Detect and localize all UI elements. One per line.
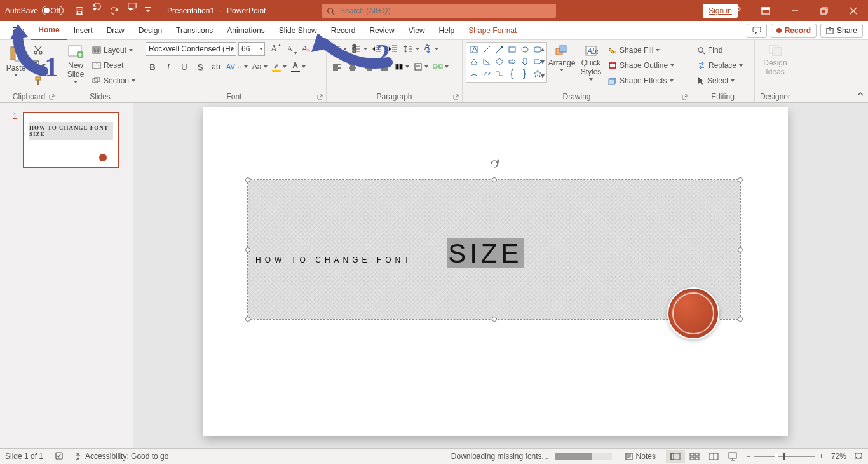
select-button[interactable]: Select [695, 74, 745, 88]
slide-canvas-area[interactable]: HOW TO CHANGE FONT SIZE [133, 103, 868, 448]
search-box[interactable] [322, 4, 556, 18]
resize-handle-se[interactable] [738, 317, 743, 322]
resize-handle-s[interactable] [492, 317, 497, 322]
font-name-combo[interactable]: Rockwell Condensed (Hea [146, 42, 236, 56]
accessibility-button[interactable]: Accessibility: Good to go [74, 452, 168, 461]
autosave-toggle[interactable]: AutoSave Off [0, 6, 69, 15]
share-button[interactable]: Share [820, 24, 863, 38]
reset-button[interactable]: Reset [90, 58, 138, 72]
present-from-start-icon[interactable] [127, 2, 137, 20]
slide-indicator[interactable]: Slide 1 of 1 [5, 452, 43, 461]
paragraph-dialog-launcher[interactable] [452, 93, 459, 101]
search-input[interactable] [340, 6, 551, 15]
title-text-box[interactable]: HOW TO CHANGE FONT SIZE [247, 179, 741, 320]
zoom-out-button[interactable]: − [746, 452, 750, 461]
shape-right-brace-icon[interactable]: } [519, 68, 531, 79]
spellcheck-icon[interactable] [55, 451, 65, 462]
wax-seal-graphic[interactable] [667, 287, 719, 339]
clear-formatting-button[interactable]: A [299, 42, 313, 56]
resize-handle-ne[interactable] [738, 177, 743, 182]
slideshow-view-button[interactable] [723, 450, 742, 463]
format-painter-button[interactable] [29, 74, 47, 88]
resize-handle-e[interactable] [738, 247, 743, 252]
strikethrough-button[interactable]: ab [209, 60, 223, 74]
copy-button[interactable] [29, 58, 47, 72]
maximize-button[interactable] [810, 0, 839, 21]
align-center-button[interactable] [346, 60, 360, 74]
selected-text[interactable]: SIZE [447, 238, 524, 268]
resize-handle-nw[interactable] [245, 177, 250, 182]
char-spacing-button[interactable]: AV↔ [225, 60, 249, 74]
notes-button[interactable]: Notes [625, 452, 656, 461]
section-button[interactable]: Section [90, 74, 138, 88]
tab-help[interactable]: Help [432, 21, 462, 40]
align-right-button[interactable] [362, 60, 376, 74]
shape-oval-icon[interactable] [519, 44, 531, 55]
shape-fill-button[interactable]: Shape Fill [606, 43, 677, 57]
shape-rectangle-icon[interactable] [506, 44, 518, 55]
clipboard-dialog-launcher[interactable] [48, 93, 55, 101]
shapes-gallery[interactable]: A { } ▴ ▾ [466, 42, 547, 83]
shape-line-icon[interactable] [480, 44, 492, 55]
justify-button[interactable] [377, 60, 391, 74]
fit-to-window-button[interactable] [854, 452, 863, 461]
decrease-indent-button[interactable] [370, 42, 384, 56]
rotate-handle-icon[interactable] [489, 158, 500, 172]
ribbon-display-icon[interactable] [751, 0, 780, 21]
shape-down-arrow-icon[interactable] [519, 56, 531, 67]
record-button[interactable]: Record [771, 24, 817, 38]
gallery-scroll-down[interactable]: ▾ [538, 55, 546, 68]
decrease-font-size-button[interactable]: A▾ [283, 42, 297, 56]
shape-diamond-icon[interactable] [493, 56, 505, 67]
bullets-button[interactable] [330, 42, 348, 56]
tab-design[interactable]: Design [132, 21, 169, 40]
gallery-more[interactable]: ▾ [538, 69, 546, 82]
tab-review[interactable]: Review [362, 21, 401, 40]
comments-button[interactable] [747, 24, 767, 38]
tab-file[interactable]: File [5, 21, 31, 40]
shape-effects-button[interactable]: Shape Effects [606, 74, 677, 88]
collapse-ribbon-button[interactable] [857, 91, 864, 100]
slide[interactable]: HOW TO CHANGE FONT SIZE [203, 107, 788, 436]
align-left-button[interactable] [330, 60, 344, 74]
toggle-switch[interactable]: Off [42, 6, 64, 15]
shape-arc-icon[interactable] [468, 68, 480, 79]
shape-curve-icon[interactable] [480, 68, 492, 79]
tab-home[interactable]: Home [31, 21, 66, 40]
smartart-button[interactable] [431, 60, 450, 74]
increase-font-size-button[interactable]: A▴ [267, 42, 281, 56]
tab-draw[interactable]: Draw [100, 21, 132, 40]
qat-more-icon[interactable] [145, 7, 151, 15]
layout-button[interactable]: Layout [90, 43, 138, 57]
slide-title-text[interactable]: HOW TO CHANGE FONT SIZE [255, 228, 524, 271]
text-direction-button[interactable]: A [423, 42, 440, 56]
paste-button[interactable]: Paste [3, 42, 29, 79]
underline-button[interactable]: U [177, 60, 191, 74]
shape-arrow-line-icon[interactable] [493, 44, 505, 55]
shape-triangle-icon[interactable] [468, 56, 480, 67]
reading-view-button[interactable] [704, 450, 723, 463]
shape-right-triangle-icon[interactable] [480, 56, 492, 67]
italic-button[interactable]: I [161, 60, 175, 74]
save-icon[interactable] [75, 6, 84, 15]
resize-handle-n[interactable] [492, 177, 497, 182]
tab-transitions[interactable]: Transitions [169, 21, 220, 40]
tab-view[interactable]: View [402, 21, 432, 40]
tab-animations[interactable]: Animations [220, 21, 271, 40]
replace-button[interactable]: Replace [695, 58, 745, 72]
shape-outline-button[interactable]: Shape Outline [606, 58, 677, 72]
font-size-combo[interactable]: 66 [238, 42, 265, 56]
shape-left-brace-icon[interactable]: { [506, 68, 518, 79]
tab-slide-show[interactable]: Slide Show [272, 21, 324, 40]
slide-thumbnail-pane[interactable]: 1 HOW TO CHANGE FONT SIZE [0, 103, 133, 448]
cut-button[interactable] [29, 43, 47, 57]
highlight-button[interactable] [271, 60, 288, 74]
change-case-button[interactable]: Aa [251, 60, 269, 74]
tab-insert[interactable]: Insert [67, 21, 100, 40]
shape-connector-icon[interactable] [493, 68, 505, 79]
design-ideas-button[interactable]: Design Ideas [758, 42, 792, 79]
shape-right-arrow-icon[interactable] [506, 56, 518, 67]
arrange-button[interactable]: Arrange [547, 42, 576, 74]
shadow-button[interactable]: S [193, 60, 207, 74]
close-button[interactable] [839, 0, 868, 21]
